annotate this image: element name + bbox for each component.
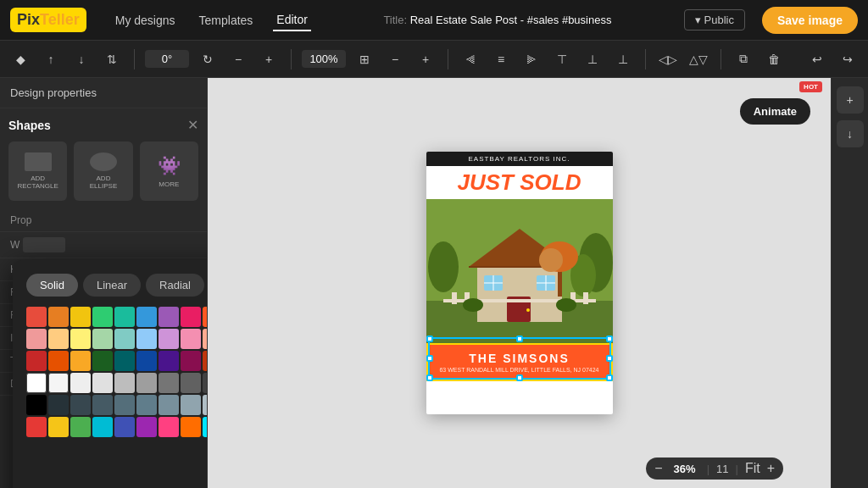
swatch[interactable]: [26, 329, 47, 349]
public-button[interactable]: ▾ Public: [684, 9, 745, 30]
swatch[interactable]: [181, 373, 201, 393]
handle-bottom-middle[interactable]: [516, 374, 523, 381]
swatch[interactable]: [114, 373, 135, 393]
move-tool-icon[interactable]: ◆: [8, 47, 32, 71]
swatch[interactable]: [92, 307, 113, 327]
swatch[interactable]: [136, 329, 157, 349]
align-left-icon[interactable]: ⫷: [459, 47, 482, 71]
grid-icon[interactable]: ⊞: [353, 47, 376, 71]
radial-mode-button[interactable]: Radial: [146, 274, 204, 297]
swatch[interactable]: [92, 417, 113, 437]
swatch[interactable]: [48, 373, 69, 393]
rotation-input[interactable]: [145, 50, 189, 68]
swatch[interactable]: [70, 417, 91, 437]
swatch[interactable]: [70, 395, 91, 415]
delete-icon[interactable]: 🗑: [762, 47, 786, 71]
nav-editor[interactable]: Editor: [273, 9, 311, 31]
solid-mode-button[interactable]: Solid: [26, 274, 78, 297]
swatch[interactable]: [48, 351, 69, 371]
rotate-icon[interactable]: ↻: [196, 47, 220, 71]
handle-bottom-left[interactable]: [426, 374, 433, 381]
swatch[interactable]: [159, 395, 179, 415]
zoom-in-button[interactable]: +: [767, 461, 775, 476]
swatch-row-5: [26, 395, 208, 415]
zoom-input[interactable]: [302, 50, 346, 68]
align-bottom-icon[interactable]: ⊥: [611, 47, 635, 71]
save-button[interactable]: Save image: [762, 7, 858, 34]
swatch[interactable]: [136, 307, 157, 327]
align-center-icon[interactable]: ≡: [489, 47, 513, 71]
swatch[interactable]: [48, 395, 69, 415]
swatch[interactable]: [114, 417, 135, 437]
arrange-icon[interactable]: ⇅: [100, 47, 124, 71]
handle-bottom-right[interactable]: [606, 374, 613, 381]
prop-strip-general[interactable]: Prop: [0, 209, 207, 232]
swatch[interactable]: [70, 307, 91, 327]
swatch[interactable]: [26, 417, 47, 437]
swatch[interactable]: [159, 307, 179, 327]
swatch[interactable]: [92, 329, 113, 349]
flip-v-icon[interactable]: △▽: [687, 47, 710, 71]
swatch[interactable]: [114, 395, 135, 415]
undo-icon[interactable]: ↩: [805, 47, 829, 71]
swatch[interactable]: [48, 329, 69, 349]
swatch[interactable]: [26, 307, 47, 327]
swatch[interactable]: [159, 329, 179, 349]
handle-middle-left[interactable]: [426, 355, 433, 362]
swatch[interactable]: [136, 351, 157, 371]
swatch[interactable]: [181, 329, 201, 349]
swatch[interactable]: [159, 373, 179, 393]
fit-button[interactable]: Fit: [745, 461, 760, 476]
flip-h-icon[interactable]: ◁▷: [656, 47, 680, 71]
swatch[interactable]: [92, 373, 113, 393]
zoom-minus-icon[interactable]: −: [383, 47, 407, 71]
swatch[interactable]: [70, 329, 91, 349]
add-layer-button[interactable]: +: [837, 86, 864, 114]
add-ellipse-button[interactable]: ADDELLIPSE: [74, 141, 132, 201]
swatch[interactable]: [114, 329, 135, 349]
canvas-area[interactable]: EASTBAY REALTORS INC. JUST SOLD: [208, 78, 831, 488]
plus-icon[interactable]: +: [257, 47, 281, 71]
swatch[interactable]: [159, 417, 179, 437]
shapes-close-button[interactable]: ✕: [187, 117, 198, 133]
more-shapes-button[interactable]: 👾 MORE: [140, 141, 198, 201]
zoom-out-button[interactable]: −: [654, 461, 662, 476]
nav-templates[interactable]: Templates: [196, 10, 257, 30]
swatch[interactable]: [70, 351, 91, 371]
svg-rect-20: [583, 292, 588, 304]
arrange-down-icon[interactable]: ↓: [70, 47, 93, 71]
swatch[interactable]: [48, 417, 69, 437]
minus-icon[interactable]: −: [226, 47, 250, 71]
swatch[interactable]: [136, 395, 157, 415]
align-right-icon[interactable]: ⫸: [520, 47, 543, 71]
swatch[interactable]: [114, 307, 135, 327]
swatch[interactable]: [159, 351, 179, 371]
swatch[interactable]: [181, 417, 201, 437]
swatch[interactable]: [26, 351, 47, 371]
swatch[interactable]: [92, 351, 113, 371]
zoom-plus-icon[interactable]: +: [414, 47, 437, 71]
align-middle-icon[interactable]: ⊥: [581, 47, 604, 71]
layer-down-button[interactable]: ↓: [837, 120, 864, 147]
swatch[interactable]: [26, 395, 47, 415]
swatch[interactable]: [48, 307, 69, 327]
handle-middle-right[interactable]: [606, 355, 613, 362]
arrange-up-icon[interactable]: ↑: [39, 47, 63, 71]
add-rectangle-button[interactable]: ADDRECTANGLE: [8, 141, 67, 201]
swatch[interactable]: [136, 373, 157, 393]
copy-icon[interactable]: ⧉: [732, 47, 755, 71]
swatch[interactable]: [181, 351, 201, 371]
swatch[interactable]: [114, 351, 135, 371]
swatch[interactable]: [136, 417, 157, 437]
prop-strip-w[interactable]: W: [0, 232, 207, 258]
swatch[interactable]: [26, 373, 47, 393]
swatch[interactable]: [92, 395, 113, 415]
linear-mode-button[interactable]: Linear: [83, 274, 141, 297]
nav-my-designs[interactable]: My designs: [112, 10, 179, 30]
align-top-icon[interactable]: ⊤: [550, 47, 574, 71]
redo-icon[interactable]: ↪: [836, 47, 860, 71]
swatch[interactable]: [181, 395, 201, 415]
swatch[interactable]: [181, 307, 201, 327]
swatch[interactable]: [70, 373, 91, 393]
animate-button[interactable]: Animate: [740, 98, 810, 125]
